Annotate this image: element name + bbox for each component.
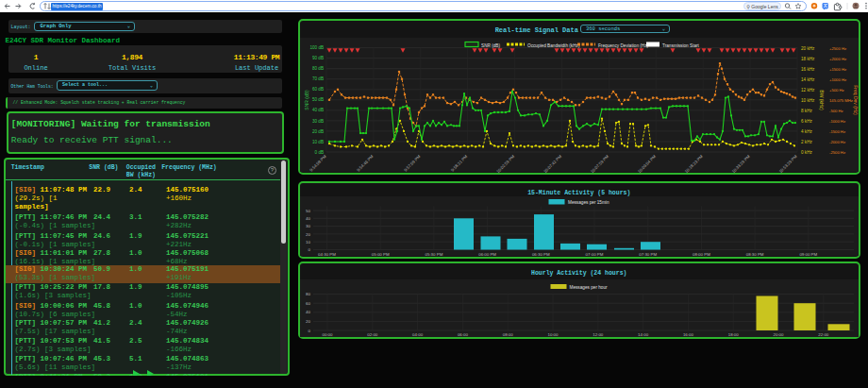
svg-text:08:00 PM: 08:00 PM — [693, 252, 710, 257]
svg-text:22:00: 22:00 — [818, 332, 829, 337]
svg-text:08:30 PM: 08:30 PM — [746, 252, 764, 257]
svg-text:0 kHz: 0 kHz — [801, 150, 812, 155]
svg-text:145.075 MHz: 145.075 MHz — [829, 98, 853, 103]
svg-text:Messages per 15min: Messages per 15min — [568, 200, 609, 205]
svg-text:07:00 PM: 07:00 PM — [586, 252, 604, 257]
svg-text:10: 10 — [306, 240, 310, 245]
svg-text:-2500 Hz: -2500 Hz — [829, 150, 845, 155]
svg-text:6 kHz: 6 kHz — [801, 119, 812, 124]
svg-text:30 dB: 30 dB — [312, 119, 324, 124]
svg-text:14 kHz: 14 kHz — [801, 77, 815, 82]
svg-text:12 kHz: 12 kHz — [801, 88, 815, 93]
svg-text:40 dB: 40 dB — [312, 108, 324, 112]
svg-text:SNR (dB): SNR (dB) — [481, 43, 500, 48]
svg-text:BW (kHz): BW (kHz) — [819, 90, 825, 110]
svg-text:100 dB: 100 dB — [309, 45, 324, 50]
svg-text:Occupied Bandwidth (kHz): Occupied Bandwidth (kHz) — [527, 43, 580, 48]
svg-text:18 kHz: 18 kHz — [801, 57, 815, 61]
svg-text:14:00: 14:00 — [638, 332, 649, 337]
svg-text:10:00: 10:00 — [548, 332, 559, 337]
svg-text:05:00 PM: 05:00 PM — [372, 252, 390, 257]
svg-text:60: 60 — [306, 301, 310, 306]
svg-text:08:00: 08:00 — [503, 332, 514, 337]
svg-text:0 dB: 0 dB — [315, 150, 324, 155]
svg-text:Frequency Deviation (Hz): Frequency Deviation (Hz) — [598, 43, 649, 48]
svg-text:SNR (dB): SNR (dB) — [304, 90, 309, 110]
svg-text:06:30 PM: 06:30 PM — [532, 252, 550, 257]
svg-text:02:00: 02:00 — [367, 332, 378, 337]
svg-text:8 kHz: 8 kHz — [801, 109, 812, 113]
svg-text:09:00 PM: 09:00 PM — [799, 252, 817, 257]
svg-text:05:30 PM: 05:30 PM — [426, 252, 443, 257]
svg-text:90 dB: 90 dB — [312, 56, 324, 60]
svg-text:-1000 Hz: -1000 Hz — [829, 119, 845, 124]
svg-text:07:30 PM: 07:30 PM — [639, 252, 657, 257]
svg-text:04:30 PM: 04:30 PM — [318, 252, 336, 257]
svg-text:80 dB: 80 dB — [312, 66, 324, 71]
svg-text:16 kHz: 16 kHz — [801, 67, 815, 72]
svg-text:50: 50 — [306, 209, 310, 213]
svg-text:+1000 Hz: +1000 Hz — [829, 77, 846, 82]
svg-text:80: 80 — [306, 292, 310, 296]
svg-text:Freq Dev (Hz): Freq Dev (Hz) — [853, 85, 859, 115]
svg-text:40: 40 — [306, 216, 310, 221]
svg-text:40: 40 — [306, 310, 310, 314]
svg-text:04:00: 04:00 — [412, 332, 424, 337]
svg-text:50 dB: 50 dB — [312, 97, 324, 102]
svg-text:+500 Hz: +500 Hz — [829, 88, 844, 93]
svg-text:16:00: 16:00 — [683, 332, 694, 337]
svg-text:Messages per hour: Messages per hour — [570, 285, 609, 290]
svg-text:00:00: 00:00 — [323, 332, 334, 337]
svg-text:30: 30 — [306, 224, 310, 228]
svg-text:20 kHz: 20 kHz — [801, 46, 815, 51]
svg-text:Transmission Start: Transmission Start — [662, 43, 700, 48]
svg-text:-500 Hz: -500 Hz — [829, 109, 843, 113]
svg-text:20 dB: 20 dB — [312, 129, 324, 134]
svg-text:70 dB: 70 dB — [312, 76, 324, 81]
svg-text:60 dB: 60 dB — [312, 87, 324, 92]
svg-text:06:00 PM: 06:00 PM — [478, 252, 496, 257]
svg-text:10 kHz: 10 kHz — [801, 98, 815, 103]
svg-text:4 kHz: 4 kHz — [801, 129, 812, 134]
svg-text:+2000 Hz: +2000 Hz — [829, 57, 846, 61]
svg-text:2 kHz: 2 kHz — [801, 140, 812, 144]
svg-text:+1500 Hz: +1500 Hz — [829, 67, 846, 72]
svg-text:06:00: 06:00 — [458, 332, 469, 337]
svg-text:20: 20 — [306, 319, 310, 324]
svg-text:20:00: 20:00 — [774, 332, 785, 337]
svg-text:20: 20 — [306, 232, 310, 237]
svg-text:18:00: 18:00 — [728, 332, 740, 337]
svg-text:12:00: 12:00 — [593, 332, 604, 337]
svg-text:+2500 Hz: +2500 Hz — [829, 46, 846, 51]
svg-text:-2000 Hz: -2000 Hz — [829, 140, 845, 144]
svg-text:10 dB: 10 dB — [312, 140, 324, 144]
svg-text:-1500 Hz: -1500 Hz — [829, 129, 845, 134]
